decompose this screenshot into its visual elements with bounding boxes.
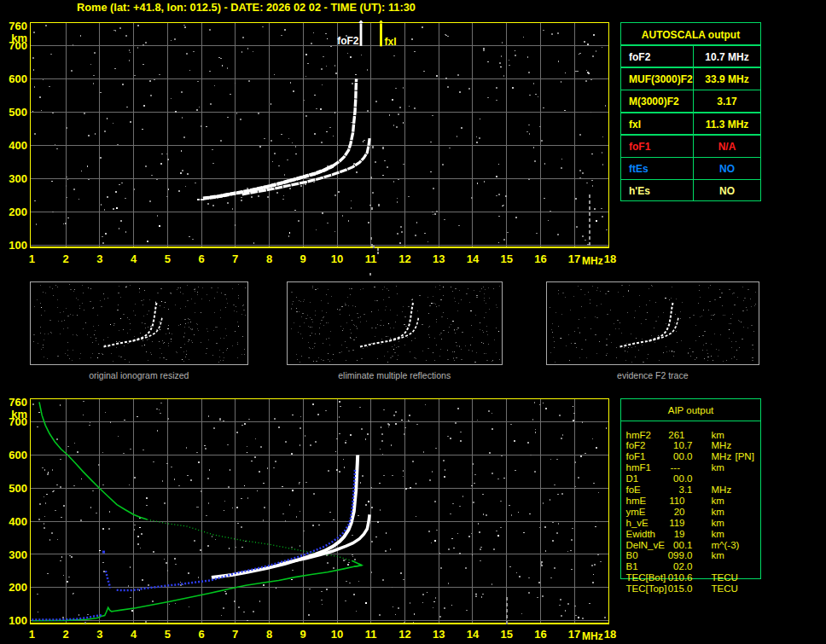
svg-text:15: 15 [500, 628, 512, 641]
svg-text:foF2: foF2 [626, 440, 646, 450]
svg-text:010.6: 010.6 [668, 572, 693, 583]
svg-text:h_vE: h_vE [626, 518, 649, 528]
svg-text:1: 1 [29, 252, 35, 265]
svg-text:18: 18 [604, 628, 616, 641]
svg-text:TECU: TECU [712, 572, 738, 583]
svg-text:9: 9 [300, 628, 306, 641]
svg-text:700: 700 [9, 415, 27, 428]
svg-text:16: 16 [534, 628, 546, 641]
svg-text:261: 261 [668, 430, 684, 440]
svg-text:760: 760 [9, 396, 27, 409]
svg-text:10: 10 [331, 628, 343, 641]
svg-text:Rome (lat: +41.8, lon: 012.5): Rome (lat: +41.8, lon: 012.5) - DATE: 20… [77, 1, 416, 14]
svg-text:foF1: foF1 [626, 451, 646, 461]
svg-text:100: 100 [9, 239, 27, 252]
svg-text:eliminate multiple reflections: eliminate multiple reflections [338, 370, 451, 380]
svg-text:NO: NO [719, 163, 735, 175]
svg-text:hmE: hmE [626, 496, 647, 506]
svg-text:MHz: MHz [712, 484, 732, 495]
svg-text:400: 400 [9, 139, 27, 152]
svg-text:14: 14 [467, 252, 480, 265]
svg-text:600: 600 [9, 73, 27, 85]
svg-text:km: km [712, 518, 724, 528]
svg-text:B1: B1 [626, 561, 638, 571]
svg-text:km: km [712, 550, 724, 560]
svg-text:12: 12 [398, 628, 410, 641]
svg-text:2: 2 [62, 628, 68, 641]
svg-text:AUTOSCALA output: AUTOSCALA output [642, 29, 740, 41]
svg-text:MHz: MHz [712, 440, 732, 450]
svg-text:17: 17 [568, 252, 580, 265]
svg-text:AIP output: AIP output [668, 405, 714, 415]
svg-text:10.7 MHz: 10.7 MHz [705, 51, 748, 63]
svg-text:hmF2: hmF2 [626, 430, 651, 440]
svg-text:MHz: MHz [582, 255, 603, 267]
svg-text:D1: D1 [626, 473, 639, 484]
svg-text:12: 12 [398, 252, 410, 265]
svg-text:NO: NO [719, 185, 735, 197]
svg-text:[PN]: [PN] [736, 451, 754, 461]
svg-text:km: km [712, 462, 724, 473]
svg-text:015.0: 015.0 [668, 583, 693, 594]
svg-text:4: 4 [131, 252, 137, 265]
svg-text:ftEs: ftEs [629, 163, 649, 175]
svg-text:6: 6 [198, 628, 204, 641]
svg-text:---: --- [671, 462, 681, 473]
svg-text:300: 300 [9, 172, 27, 185]
svg-text:4: 4 [131, 628, 137, 641]
svg-text:B0: B0 [626, 550, 638, 560]
svg-text:00.0: 00.0 [673, 451, 692, 461]
svg-text:fxI: fxI [385, 36, 397, 48]
svg-text:15: 15 [500, 252, 512, 265]
svg-text:33.9 MHz: 33.9 MHz [705, 73, 748, 85]
svg-text:foF2: foF2 [629, 51, 651, 63]
svg-text:11: 11 [365, 252, 377, 265]
svg-text:099.0: 099.0 [668, 550, 693, 560]
svg-text:00.0: 00.0 [673, 473, 692, 484]
svg-text:TEC[Bot]: TEC[Bot] [626, 572, 666, 583]
svg-text:9: 9 [300, 252, 306, 265]
svg-text:18: 18 [604, 252, 616, 265]
svg-text:3: 3 [96, 252, 102, 265]
svg-text:1: 1 [29, 628, 35, 641]
svg-text:TEC[Top]: TEC[Top] [626, 583, 667, 594]
svg-text:00.1: 00.1 [673, 540, 692, 550]
svg-text:evidence F2 trace: evidence F2 trace [617, 370, 689, 380]
svg-text:foF1: foF1 [629, 141, 651, 153]
svg-text:7: 7 [232, 252, 238, 265]
svg-text:TECU: TECU [712, 583, 738, 594]
svg-text:100: 100 [9, 614, 27, 627]
svg-text:km: km [712, 430, 724, 440]
svg-text:7: 7 [232, 628, 238, 641]
svg-text:original ionogram resized: original ionogram resized [89, 370, 189, 380]
svg-text:16: 16 [534, 252, 546, 265]
svg-text:300: 300 [9, 548, 27, 561]
svg-text:200: 200 [9, 581, 27, 594]
svg-text:13: 13 [433, 252, 445, 265]
svg-text:500: 500 [9, 106, 27, 119]
svg-text:20: 20 [674, 507, 685, 517]
svg-text:500: 500 [9, 482, 27, 495]
svg-text:5: 5 [165, 252, 171, 265]
svg-text:km: km [712, 507, 724, 517]
svg-text:110: 110 [669, 496, 684, 506]
svg-text:fxI: fxI [629, 119, 641, 131]
svg-text:M(3000)F2: M(3000)F2 [629, 96, 679, 107]
svg-text:17: 17 [568, 628, 580, 641]
svg-text:2: 2 [62, 252, 68, 265]
svg-text:foF2: foF2 [337, 35, 359, 47]
svg-text:3.17: 3.17 [717, 96, 737, 107]
svg-text:700: 700 [9, 39, 27, 52]
svg-text:N/A: N/A [718, 141, 736, 153]
svg-text:3: 3 [96, 628, 102, 641]
svg-text:MHz: MHz [712, 451, 732, 461]
svg-text:600: 600 [9, 449, 27, 461]
svg-text:119: 119 [669, 518, 684, 528]
svg-text:km: km [712, 529, 724, 539]
svg-text:MHz: MHz [582, 630, 603, 642]
svg-text:hmF1: hmF1 [626, 462, 651, 473]
svg-text:ymE: ymE [626, 507, 646, 517]
svg-text:200: 200 [9, 206, 27, 218]
svg-text:11: 11 [365, 628, 377, 641]
svg-text:760: 760 [9, 20, 27, 32]
